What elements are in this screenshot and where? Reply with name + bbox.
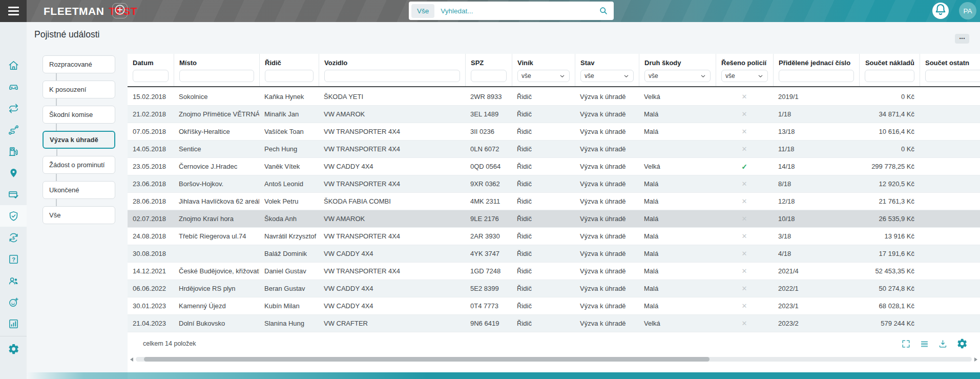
table-row[interactable]: 21.02.2018Znojmo Přímětice VĚTRNÁ uli...…: [128, 106, 980, 123]
cell-policie: ✕: [716, 175, 773, 192]
police-x-icon: ✕: [742, 93, 747, 101]
filter-input-spz[interactable]: [471, 70, 507, 82]
sidebar-item-chart[interactable]: [0, 313, 27, 334]
table-row[interactable]: 15.02.2018SokolniceKaňka HynekŠKODA YETI…: [128, 88, 980, 106]
sidebar-item-shield-check[interactable]: [0, 205, 27, 227]
search-input[interactable]: [440, 7, 593, 15]
sidebar-item-repeat[interactable]: [0, 97, 27, 119]
cell-stav: Výzva k úhradě: [575, 106, 639, 123]
cell-stav: Výzva k úhradě: [575, 210, 639, 227]
table-row[interactable]: 14.05.2018SenticePech HungVW TRANSPORTER…: [128, 141, 980, 158]
table-row[interactable]: 07.05.2018Okříšky-HeralticeVašíček ToanV…: [128, 123, 980, 141]
status-filter-vse[interactable]: Vše: [43, 206, 115, 224]
scroll-right-button[interactable]: [974, 357, 977, 362]
police-x-icon: ✕: [742, 180, 747, 188]
status-filter-skodni-komise[interactable]: Škodní komise: [43, 106, 115, 124]
add-button[interactable]: [112, 3, 128, 18]
sidebar-item-money-refresh[interactable]: $: [0, 227, 27, 248]
table-row[interactable]: 21.04.2023Dolní BukovskoSlanina HungVW C…: [128, 315, 980, 332]
status-filter-k-posouzeni[interactable]: K posouzení: [43, 81, 115, 98]
sidebar-item-fuel[interactable]: [0, 141, 27, 162]
column-label-datum[interactable]: Datum: [133, 59, 169, 70]
column-label-ridic[interactable]: Řidič: [265, 59, 314, 70]
cell-cislo: 3/18: [773, 228, 859, 245]
filter-input-datum[interactable]: [133, 70, 169, 82]
column-label-ostatni[interactable]: Součet ostatn: [925, 59, 980, 70]
police-x-icon: ✕: [742, 197, 747, 205]
sidebar-item-card-check[interactable]: [0, 184, 27, 205]
sidebar-item-gear[interactable]: [0, 338, 27, 360]
export-button[interactable]: [938, 339, 948, 349]
sidebar-item-smiley-plus[interactable]: [0, 291, 27, 313]
scrollbar-thumb[interactable]: [144, 357, 710, 362]
cell-stav: Výzva k úhradě: [575, 141, 639, 157]
cell-naklady: 0 Kč: [859, 88, 920, 105]
table-row[interactable]: 23.06.2018Boršov-Hojkov.Antoš LeonidVW T…: [128, 175, 980, 193]
insurance-events-table: DatumMístoŘidičVozidloSPZViníkvšeStavvše…: [128, 54, 980, 379]
column-label-cislo[interactable]: Přidělené jednací číslo: [779, 59, 854, 70]
search-scope-selector[interactable]: Vše: [411, 4, 434, 18]
filter-input-ostatni[interactable]: [925, 70, 980, 82]
users-icon: [8, 275, 19, 287]
status-filter-ukoncene[interactable]: Ukončené: [43, 181, 115, 199]
table-row[interactable]: 02.07.2018Znojmo Kraví horaŠkoda AnhVW A…: [128, 210, 980, 228]
more-options-button[interactable]: ...: [955, 34, 969, 44]
column-label-druh[interactable]: Druh škody: [644, 59, 711, 70]
table-row[interactable]: 30.01.2023Kamenný ÚjezdKubín MilanVW CAD…: [128, 297, 980, 315]
column-label-spz[interactable]: SPZ: [471, 59, 507, 70]
column-label-vozidlo[interactable]: Vozidlo: [324, 59, 460, 70]
sidebar-item-route[interactable]: [0, 119, 27, 141]
column-label-policie[interactable]: Řešeno policií: [721, 59, 768, 70]
filter-select-vinik[interactable]: vše: [517, 70, 570, 82]
column-label-misto[interactable]: Místo: [179, 59, 254, 70]
sidebar-item-home[interactable]: [0, 54, 27, 76]
status-filter-zadost-o-prominuti[interactable]: Žádost o prominutí: [43, 156, 115, 174]
scroll-left-button[interactable]: [130, 357, 133, 362]
search-icon[interactable]: [598, 6, 609, 16]
notifications-button[interactable]: [932, 3, 949, 19]
filter-input-misto[interactable]: [179, 70, 254, 82]
cell-vinik: Řidič: [512, 123, 575, 140]
cell-ridic: Vaněk Vítek: [259, 158, 319, 175]
column-label-vinik[interactable]: Viník: [517, 59, 570, 70]
cell-datum: 07.05.2018: [128, 123, 174, 140]
column-label-stav[interactable]: Stav: [580, 59, 634, 70]
cell-vinik: Řidič: [512, 263, 575, 280]
status-filter-rozpracovane[interactable]: Rozpracované: [43, 55, 115, 73]
column-label-naklady[interactable]: Součet nákladů: [865, 59, 914, 70]
filter-input-cislo[interactable]: [779, 70, 854, 82]
cell-policie: ✕: [716, 263, 773, 280]
filter-select-value: vše: [725, 72, 735, 79]
police-x-icon: ✕: [742, 232, 747, 240]
table-row[interactable]: 06.06.2022Hrdějovice RS plynBeran Gustav…: [128, 280, 980, 297]
cell-stav: Výzva k úhradě: [575, 193, 639, 210]
avatar[interactable]: PA: [959, 2, 976, 19]
table-row[interactable]: 30.08.2018Baláž DominikVW CADDY 4X44YK 3…: [128, 245, 980, 263]
sidebar-item-car[interactable]: [0, 76, 27, 97]
filter-select-druh[interactable]: vše: [644, 70, 711, 82]
filter-input-ridic[interactable]: [265, 70, 314, 82]
fit-columns-button[interactable]: [901, 339, 911, 349]
table-row[interactable]: 14.12.2021České Budějovice, křižovatka .…: [128, 263, 980, 280]
cell-ridic: Pech Hung: [259, 141, 319, 157]
row-density-button[interactable]: [920, 339, 929, 349]
filter-input-vozidlo[interactable]: [324, 70, 460, 82]
sidebar-item-pin[interactable]: [0, 162, 27, 184]
status-filter-vyzva-k-uhrade[interactable]: Výzva k úhradě: [43, 131, 115, 149]
filter-input-naklady[interactable]: [865, 70, 914, 82]
filter-select-stav[interactable]: vše: [580, 70, 634, 82]
sidebar-item-question[interactable]: ?: [0, 248, 27, 270]
cell-datum: 14.12.2021: [128, 263, 174, 280]
cell-cislo: 2022/1: [773, 280, 859, 297]
table-settings-button[interactable]: [956, 338, 968, 349]
table-row[interactable]: 23.05.2018Černovice J.HradecVaněk VítekV…: [128, 158, 980, 175]
scrollbar-track[interactable]: [136, 357, 972, 362]
table-row[interactable]: 24.08.2018Třebíč Riegerova ul.74Navrátil…: [128, 228, 980, 245]
svg-text:$: $: [12, 235, 15, 240]
cell-spz: 4MK 2311: [465, 193, 512, 210]
filter-select-policie[interactable]: vše: [721, 70, 768, 82]
question-icon: ?: [8, 253, 19, 265]
hamburger-menu-button[interactable]: [0, 0, 27, 22]
sidebar-item-users[interactable]: [0, 270, 27, 291]
table-row[interactable]: 28.06.2018Jihlava Havlíčkova 62 areál E.…: [128, 193, 980, 210]
